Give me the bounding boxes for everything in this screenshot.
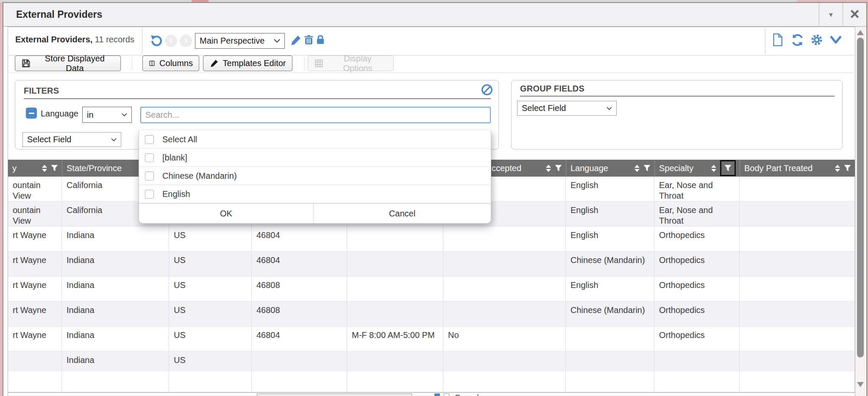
chevron-down-icon [829, 34, 843, 45]
delete-perspective-button[interactable] [303, 34, 314, 46]
table-row[interactable] [8, 371, 855, 392]
lock-perspective-button[interactable] [315, 34, 326, 46]
table-cell [443, 227, 566, 251]
record-summary-title: External Providers, [15, 35, 92, 44]
table-row[interactable]: rt WayneIndianaUS46808EnglishOrthopedics [8, 277, 855, 302]
scroll-thumb[interactable] [857, 38, 864, 357]
minus-icon [29, 113, 34, 114]
filter-operator-select[interactable]: in [82, 107, 132, 123]
table-row[interactable]: rt WayneIndianaUS46804EnglishOrthopedics [8, 227, 855, 252]
filter-field-label: Language [41, 109, 78, 119]
header-icons [711, 160, 740, 176]
sort-icon[interactable] [634, 165, 640, 172]
popup-option-checkbox[interactable] [145, 190, 154, 199]
popup-option-row[interactable]: Chinese (Mandarin) [139, 167, 491, 185]
column-header-language[interactable]: Language [566, 160, 654, 177]
popup-option-row[interactable]: English [139, 185, 491, 203]
add-filter-field-select[interactable]: Select Field [22, 132, 121, 147]
column-header-specialty[interactable]: Specialty [654, 160, 740, 177]
sort-icon[interactable] [546, 165, 551, 172]
popup-option-row[interactable]: [blank] [139, 149, 491, 167]
table-row[interactable]: rt WayneIndianaUS46804M-F 8:00 AM-5:00 P… [8, 327, 855, 352]
popup-option-checkbox[interactable] [145, 172, 154, 180]
refresh-button[interactable] [791, 33, 804, 47]
column-header-label: Specialty [655, 163, 711, 173]
filter-icon[interactable] [555, 165, 562, 172]
chevron-down-icon [122, 113, 127, 116]
dialog-titlebar: External Providers ▼ × [3, 3, 866, 27]
scroll-down-button[interactable] [857, 382, 864, 387]
dialog-menu-button[interactable]: ▼ [819, 3, 843, 27]
new-document-button[interactable] [771, 33, 784, 47]
table-cell [740, 302, 855, 326]
table-cell: 46804 [252, 252, 347, 276]
external-providers-dialog: External Providers ▼ × External Provider… [3, 2, 867, 396]
sort-icon[interactable] [711, 165, 716, 172]
table-cell [566, 352, 654, 371]
columns-button[interactable]: Columns [142, 55, 199, 71]
save-icon [21, 58, 31, 68]
previous-button: ‹ [165, 35, 177, 47]
record-summary-count: 11 records [92, 35, 134, 44]
edit-perspective-button[interactable] [290, 34, 302, 46]
table-cell: rt Wayne [8, 302, 62, 326]
grid-icon [314, 58, 324, 68]
sort-icon[interactable] [42, 165, 47, 172]
popup-option-checkbox[interactable] [145, 135, 154, 144]
filter-icon[interactable] [51, 165, 58, 172]
button-group-separator [304, 57, 305, 70]
popup-cancel-button[interactable]: Cancel [314, 204, 491, 223]
filter-operator-value: in [87, 110, 94, 120]
dialog-close-button[interactable]: × [843, 3, 866, 27]
popup-ok-button[interactable]: OK [139, 204, 314, 223]
collapse-toolbar-button[interactable] [829, 34, 843, 45]
table-cell [8, 371, 62, 392]
bottom-search-label: Search [455, 393, 481, 396]
table-row[interactable]: IndianaUS [8, 352, 855, 371]
table-cell: US [169, 227, 252, 251]
bottom-checkbox-icon[interactable] [444, 393, 449, 396]
table-row[interactable]: rt WayneIndianaUS46808Chinese (Mandarin)… [8, 302, 855, 327]
table-row[interactable]: rt WayneIndianaUS46804Chinese (Mandarin)… [8, 252, 855, 277]
group-field-select[interactable]: Select Field [517, 101, 617, 116]
settings-button[interactable] [810, 33, 823, 46]
table-cell: Indiana [62, 302, 169, 326]
templates-editor-button[interactable]: Templates Editor [203, 55, 292, 71]
filter-search-input[interactable] [140, 107, 491, 123]
scroll-up-button[interactable] [857, 30, 864, 35]
clear-filters-button[interactable] [481, 84, 493, 96]
table-cell [654, 352, 740, 371]
table-cell: 46808 [252, 277, 347, 301]
document-icon [771, 33, 784, 47]
table-cell: English [566, 177, 654, 201]
button-label: Columns [159, 58, 193, 68]
table-cell [566, 371, 654, 392]
sort-icon[interactable] [835, 165, 840, 172]
filter-icon[interactable] [643, 165, 651, 172]
perspective-select[interactable]: Main Perspective [195, 33, 285, 49]
table-cell [443, 252, 566, 276]
group-field-value: Select Field [522, 103, 566, 113]
table-cell [8, 352, 62, 371]
undo-button[interactable] [150, 34, 163, 47]
table-cell: Indiana [62, 327, 169, 351]
column-header-body-part-treated[interactable]: Body Part Treated [740, 160, 855, 177]
store-displayed-data-button[interactable]: Store Displayed Data [15, 55, 121, 71]
filter-icon[interactable] [844, 165, 851, 172]
remove-filter-button[interactable] [26, 108, 37, 119]
column-header-y[interactable]: y [8, 160, 62, 177]
popup-option-row[interactable]: Select All [139, 130, 491, 149]
table-cell [740, 327, 855, 351]
table-cell [62, 371, 169, 392]
button-label: Store Displayed Data [35, 54, 114, 73]
column-header-label: Body Part Treated [740, 163, 835, 173]
no-filter-icon [481, 84, 493, 96]
table-cell: 46804 [252, 227, 347, 251]
popup-option-checkbox[interactable] [145, 153, 154, 162]
popup-option-label: English [162, 189, 190, 199]
table-cell: Orthopedics [654, 277, 740, 301]
vertical-scrollbar[interactable] [855, 27, 865, 396]
horizontal-scrollbar[interactable] [257, 393, 412, 396]
filter-icon[interactable] [724, 165, 732, 172]
popup-option-label: [blank] [162, 153, 187, 163]
